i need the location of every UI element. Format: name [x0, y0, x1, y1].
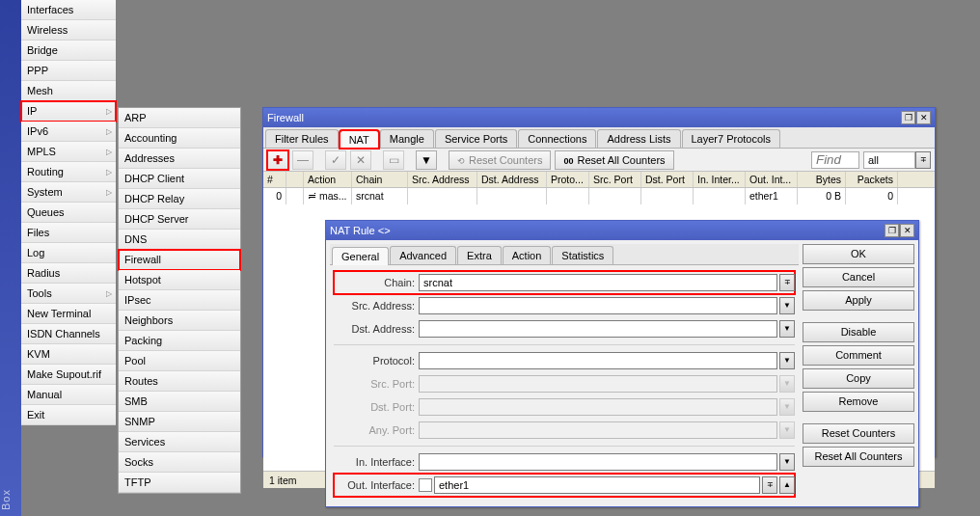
- submenu-item-dns[interactable]: DNS: [119, 230, 240, 250]
- submenu-item-snmp[interactable]: SNMP: [119, 412, 240, 432]
- menu-item-system[interactable]: System▷: [21, 182, 116, 203]
- submenu-item-smb[interactable]: SMB: [119, 392, 240, 412]
- copy-button[interactable]: Copy: [803, 368, 914, 389]
- cancel-button[interactable]: Cancel: [803, 267, 914, 287]
- menu-item-bridge[interactable]: Bridge: [21, 41, 116, 61]
- submenu-item-accounting[interactable]: Accounting: [119, 128, 240, 149]
- comment-button[interactable]: Comment: [803, 345, 914, 366]
- tab-advanced[interactable]: Advanced: [390, 246, 456, 264]
- col-header[interactable]: Packets: [846, 172, 898, 187]
- collapse-icon[interactable]: ▲: [779, 476, 795, 494]
- col-header[interactable]: Dst. Address: [477, 172, 547, 187]
- expand-icon[interactable]: ▼: [779, 320, 795, 338]
- table-row[interactable]: 0≓ mas...srcnatether10 B0: [263, 188, 935, 204]
- add-button[interactable]: ✚: [267, 150, 288, 170]
- submenu-item-firewall[interactable]: Firewall: [119, 250, 240, 270]
- protocol-input[interactable]: [419, 352, 777, 369]
- reset-all-counters-button[interactable]: Reset All Counters: [803, 447, 914, 467]
- tab-filter-rules[interactable]: Filter Rules: [265, 129, 339, 148]
- menu-item-manual[interactable]: Manual: [21, 385, 116, 405]
- menu-item-make-supout-rif[interactable]: Make Supout.rif: [21, 365, 116, 385]
- col-header[interactable]: Bytes: [798, 172, 846, 187]
- tab-nat[interactable]: NAT: [340, 130, 379, 149]
- menu-item-wireless[interactable]: Wireless: [21, 20, 116, 41]
- col-header[interactable]: Src. Address: [408, 172, 477, 187]
- menu-item-radius[interactable]: Radius: [21, 263, 116, 284]
- find-input[interactable]: [811, 151, 859, 169]
- menu-item-interfaces[interactable]: Interfaces: [21, 0, 116, 20]
- submenu-item-tftp[interactable]: TFTP: [119, 473, 240, 493]
- submenu-item-hotspot[interactable]: Hotspot: [119, 270, 240, 290]
- filter-icon[interactable]: ▼: [416, 150, 437, 170]
- src-addr-input[interactable]: [419, 297, 777, 314]
- expand-icon[interactable]: ▼: [779, 352, 795, 369]
- close-icon[interactable]: ✕: [900, 224, 914, 237]
- tab-service-ports[interactable]: Service Ports: [435, 129, 517, 148]
- close-icon[interactable]: ✕: [916, 111, 931, 124]
- out-interface-input[interactable]: [434, 476, 760, 494]
- col-header[interactable]: In. Inter...: [694, 172, 746, 187]
- col-header[interactable]: Proto...: [547, 172, 589, 187]
- menu-item-new-terminal[interactable]: New Terminal: [21, 304, 116, 324]
- submenu-item-pool[interactable]: Pool: [119, 351, 240, 371]
- submenu-item-dhcp-client[interactable]: DHCP Client: [119, 169, 240, 189]
- submenu-item-packing[interactable]: Packing: [119, 331, 240, 351]
- col-header[interactable]: Out. Int...: [746, 172, 798, 187]
- menu-item-ip[interactable]: IP▷: [21, 101, 116, 122]
- col-header[interactable]: Action: [304, 172, 352, 187]
- dropdown-icon[interactable]: ∓: [915, 151, 931, 169]
- restore-icon[interactable]: ❐: [901, 111, 915, 124]
- tab-general[interactable]: General: [332, 247, 389, 265]
- menu-item-mesh[interactable]: Mesh: [21, 81, 116, 101]
- menu-item-files[interactable]: Files: [21, 223, 116, 243]
- tab-layer7-protocols[interactable]: Layer7 Protocols: [682, 129, 781, 148]
- tab-statistics[interactable]: Statistics: [552, 246, 613, 264]
- tab-mangle[interactable]: Mangle: [380, 129, 434, 148]
- ok-button[interactable]: OK: [803, 244, 914, 264]
- disable-button[interactable]: ✕: [350, 150, 371, 170]
- menu-item-log[interactable]: Log: [21, 243, 116, 263]
- col-header[interactable]: [286, 172, 304, 187]
- dropdown-icon[interactable]: ∓: [762, 476, 777, 494]
- filter-select[interactable]: all: [863, 151, 915, 169]
- invert-checkbox[interactable]: [419, 478, 432, 492]
- submenu-item-services[interactable]: Services: [119, 432, 240, 452]
- submenu-item-routes[interactable]: Routes: [119, 371, 240, 392]
- reset-counters-button[interactable]: Reset Counters: [803, 423, 914, 444]
- natrule-titlebar[interactable]: NAT Rule <> ❐ ✕: [326, 221, 918, 240]
- remove-button[interactable]: —: [292, 150, 313, 170]
- tab-connections[interactable]: Connections: [518, 129, 596, 148]
- reset-all-counters-button[interactable]: 00Reset All Counters: [555, 150, 673, 170]
- submenu-item-addresses[interactable]: Addresses: [119, 149, 240, 169]
- submenu-item-arp[interactable]: ARP: [119, 108, 240, 128]
- menu-item-ppp[interactable]: PPP: [21, 61, 116, 81]
- remove-button[interactable]: Remove: [803, 392, 914, 412]
- reset-counters-button[interactable]: ⟲Reset Counters: [449, 150, 551, 170]
- dst-addr-input[interactable]: [419, 320, 777, 338]
- dropdown-icon[interactable]: ∓: [779, 274, 795, 291]
- enable-button[interactable]: ✓: [325, 150, 346, 170]
- menu-item-kvm[interactable]: KVM: [21, 344, 116, 365]
- menu-item-isdn-channels[interactable]: ISDN Channels: [21, 324, 116, 344]
- expand-icon[interactable]: ▼: [779, 453, 795, 471]
- menu-item-routing[interactable]: Routing▷: [21, 162, 116, 182]
- expand-icon[interactable]: ▼: [779, 297, 795, 314]
- col-header[interactable]: #: [263, 172, 286, 187]
- firewall-titlebar[interactable]: Firewall ❐ ✕: [263, 108, 935, 127]
- menu-item-mpls[interactable]: MPLS▷: [21, 142, 116, 162]
- col-header[interactable]: Chain: [352, 172, 408, 187]
- submenu-item-dhcp-server[interactable]: DHCP Server: [119, 209, 240, 230]
- tab-address-lists[interactable]: Address Lists: [597, 129, 680, 148]
- tab-action[interactable]: Action: [503, 246, 552, 264]
- submenu-item-neighbors[interactable]: Neighbors: [119, 311, 240, 331]
- submenu-item-ipsec[interactable]: IPsec: [119, 290, 240, 311]
- menu-item-tools[interactable]: Tools▷: [21, 284, 116, 304]
- menu-item-ipv6[interactable]: IPv6▷: [21, 122, 116, 142]
- disable-button[interactable]: Disable: [803, 322, 914, 342]
- comment-button[interactable]: ▭: [383, 150, 404, 170]
- menu-item-exit[interactable]: Exit: [21, 405, 116, 425]
- restore-icon[interactable]: ❐: [885, 224, 899, 237]
- tab-extra[interactable]: Extra: [457, 246, 502, 264]
- submenu-item-dhcp-relay[interactable]: DHCP Relay: [119, 189, 240, 209]
- col-header[interactable]: Src. Port: [589, 172, 641, 187]
